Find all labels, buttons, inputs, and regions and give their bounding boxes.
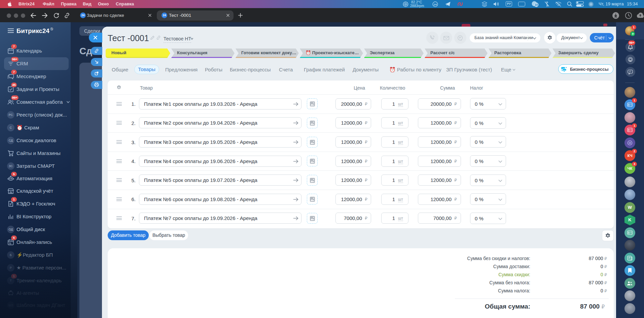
svg-text:10: 10 — [535, 3, 538, 6]
svg-text:24: 24 — [434, 3, 437, 6]
